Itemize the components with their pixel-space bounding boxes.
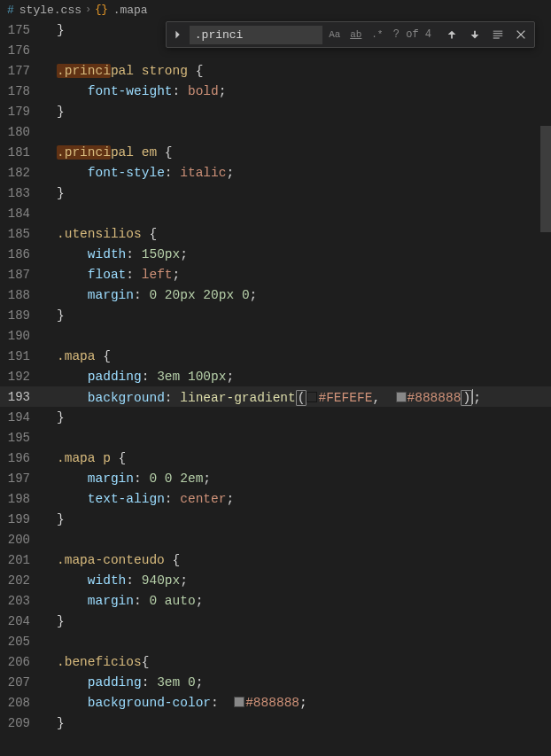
chevron-right-icon: › bbox=[85, 4, 91, 16]
line-number: 183 bbox=[0, 186, 43, 200]
code-line: font-style: italic; bbox=[43, 166, 234, 180]
breadcrumb-file[interactable]: style.css bbox=[19, 4, 81, 17]
find-input[interactable] bbox=[190, 26, 322, 44]
find-widget: Aa ab .* ? of 4 bbox=[166, 21, 535, 48]
line-number: 188 bbox=[0, 288, 43, 302]
line-number: 208 bbox=[0, 696, 43, 710]
text-cursor bbox=[472, 389, 473, 404]
line-number: 205 bbox=[0, 635, 43, 649]
line-number: 193 bbox=[0, 390, 43, 404]
code-line: .mapa p { bbox=[43, 451, 126, 465]
line-number: 186 bbox=[0, 247, 43, 261]
chevron-right-icon bbox=[172, 28, 184, 41]
line-number: 197 bbox=[0, 472, 43, 486]
code-line: text-align: center; bbox=[43, 492, 234, 506]
line-number: 191 bbox=[0, 349, 43, 363]
code-line: .principal strong { bbox=[43, 64, 203, 78]
selection-icon bbox=[492, 28, 504, 41]
line-number: 194 bbox=[0, 410, 43, 425]
breadcrumb-symbol[interactable]: .mapa bbox=[113, 4, 148, 17]
code-editor[interactable]: 175} 176 177.principal strong { 178 font… bbox=[0, 19, 551, 756]
line-number: 207 bbox=[0, 675, 43, 690]
code-line: } bbox=[43, 512, 65, 526]
code-line: .beneficios{ bbox=[43, 655, 149, 669]
find-result-count: ? of 4 bbox=[393, 28, 431, 41]
find-in-selection[interactable] bbox=[488, 25, 508, 44]
code-line: } bbox=[43, 23, 65, 37]
code-line: } bbox=[43, 614, 65, 628]
code-line: width: 150px; bbox=[43, 247, 188, 261]
color-swatch[interactable] bbox=[396, 392, 407, 402]
arrow-down-icon bbox=[469, 28, 481, 41]
line-number: 192 bbox=[0, 370, 43, 384]
line-number: 179 bbox=[0, 105, 43, 119]
code-line: } bbox=[43, 716, 65, 730]
line-number: 178 bbox=[0, 84, 43, 98]
close-icon bbox=[515, 28, 527, 41]
line-number: 201 bbox=[0, 553, 43, 567]
code-line: } bbox=[43, 410, 65, 425]
arrow-up-icon bbox=[446, 28, 458, 41]
code-line: } bbox=[43, 105, 65, 119]
code-line: width: 940px; bbox=[43, 573, 188, 588]
find-close-button[interactable] bbox=[511, 25, 531, 44]
css-file-icon: # bbox=[7, 4, 14, 17]
find-match-case[interactable]: Aa bbox=[326, 26, 344, 43]
find-use-regex[interactable]: .* bbox=[369, 26, 386, 43]
line-number: 185 bbox=[0, 227, 43, 241]
color-swatch[interactable] bbox=[307, 392, 317, 402]
find-match-whole-word[interactable]: ab bbox=[347, 26, 365, 43]
line-number: 203 bbox=[0, 594, 43, 608]
line-number: 177 bbox=[0, 64, 43, 78]
line-number: 181 bbox=[0, 145, 43, 160]
find-toggle-replace[interactable] bbox=[170, 25, 186, 44]
line-number: 199 bbox=[0, 512, 43, 526]
line-number: 182 bbox=[0, 166, 43, 180]
line-number: 209 bbox=[0, 716, 43, 730]
color-swatch[interactable] bbox=[234, 697, 244, 707]
line-number: 184 bbox=[0, 207, 43, 221]
line-number: 198 bbox=[0, 492, 43, 506]
find-next-button[interactable] bbox=[465, 25, 485, 44]
line-number: 202 bbox=[0, 573, 43, 588]
code-line: margin: 0 20px 20px 0; bbox=[43, 288, 257, 302]
code-line: font-weight: bold; bbox=[43, 84, 226, 98]
line-number: 204 bbox=[0, 614, 43, 628]
code-line: } bbox=[43, 186, 65, 200]
line-number: 195 bbox=[0, 431, 43, 445]
line-number: 176 bbox=[0, 43, 43, 58]
breadcrumb[interactable]: # style.css › {} .mapa bbox=[0, 0, 551, 19]
line-number: 206 bbox=[0, 655, 43, 669]
line-number: 196 bbox=[0, 451, 43, 465]
vertical-scrollbar[interactable] bbox=[540, 19, 551, 756]
code-line: margin: 0 auto; bbox=[43, 594, 203, 608]
code-line: .mapa { bbox=[43, 349, 111, 363]
code-line: } bbox=[43, 308, 65, 323]
code-line: margin: 0 0 2em; bbox=[43, 472, 211, 486]
scrollbar-thumb[interactable] bbox=[540, 126, 551, 232]
line-number: 175 bbox=[0, 23, 43, 37]
line-number: 187 bbox=[0, 268, 43, 282]
line-number: 190 bbox=[0, 329, 43, 343]
line-number: 189 bbox=[0, 308, 43, 323]
code-line: .principal em { bbox=[43, 145, 173, 160]
code-line: padding: 3em 100px; bbox=[43, 370, 234, 384]
code-line: padding: 3em 0; bbox=[43, 675, 203, 690]
symbol-icon: {} bbox=[95, 4, 107, 16]
code-line: background-color: #888888; bbox=[43, 696, 307, 710]
find-prev-button[interactable] bbox=[442, 25, 462, 44]
code-line: .mapa-conteudo { bbox=[43, 553, 180, 567]
line-number: 180 bbox=[0, 125, 43, 139]
code-line: .utensilios { bbox=[43, 227, 157, 241]
code-line: float: left; bbox=[43, 268, 180, 282]
line-number: 200 bbox=[0, 533, 43, 547]
code-line: background: linear-gradient(#FEFEFE, #88… bbox=[43, 389, 481, 405]
